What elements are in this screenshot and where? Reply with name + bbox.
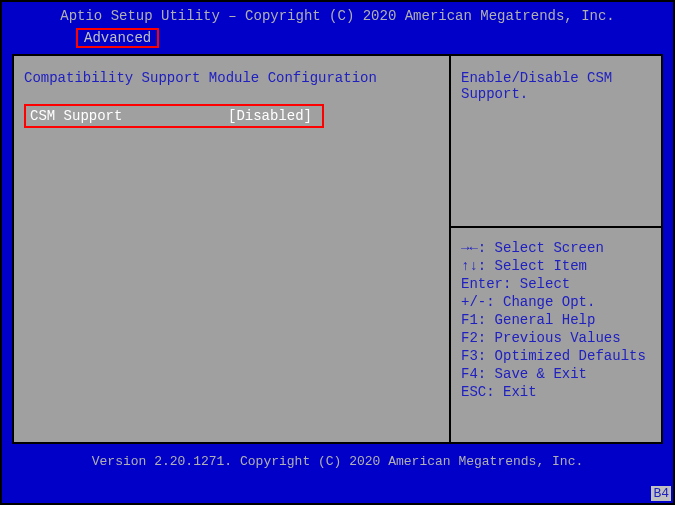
tab-advanced[interactable]: Advanced [76, 28, 159, 48]
corner-badge: B4 [651, 486, 671, 501]
help-panel: Enable/Disable CSM Support. →←: Select S… [451, 56, 661, 442]
hint-exit: ESC: Exit [461, 384, 651, 400]
tab-row: Advanced [2, 26, 673, 54]
hint-change-opt: +/-: Change Opt. [461, 294, 651, 310]
csm-support-label: CSM Support [30, 108, 228, 124]
section-title: Compatibility Support Module Configurati… [24, 70, 439, 86]
main-frame: Compatibility Support Module Configurati… [12, 54, 663, 444]
bios-header: Aptio Setup Utility – Copyright (C) 2020… [2, 2, 673, 26]
header-title: Aptio Setup Utility – Copyright (C) 2020… [60, 8, 615, 24]
help-text: Enable/Disable CSM Support. [451, 56, 661, 226]
bios-footer: Version 2.20.1271. Copyright (C) 2020 Am… [2, 444, 673, 473]
footer-version: Version 2.20.1271. Copyright (C) 2020 Am… [92, 454, 583, 469]
hint-general-help: F1: General Help [461, 312, 651, 328]
hint-select-item: ↑↓: Select Item [461, 258, 651, 274]
hint-save-exit: F4: Save & Exit [461, 366, 651, 382]
hint-select: Enter: Select [461, 276, 651, 292]
hint-optimized-defaults: F3: Optimized Defaults [461, 348, 651, 364]
hint-previous-values: F2: Previous Values [461, 330, 651, 346]
key-hints: →←: Select Screen ↑↓: Select Item Enter:… [451, 228, 661, 412]
hint-select-screen: →←: Select Screen [461, 240, 651, 256]
csm-support-row[interactable]: CSM Support [Disabled] [24, 104, 324, 128]
settings-panel: Compatibility Support Module Configurati… [14, 56, 451, 442]
csm-support-value: [Disabled] [228, 108, 318, 124]
